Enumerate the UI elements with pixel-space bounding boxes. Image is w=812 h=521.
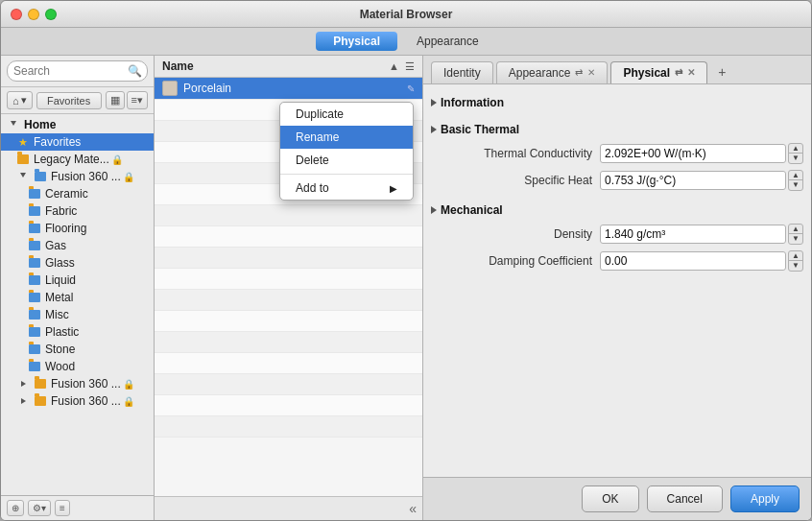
stepper-down[interactable]: ▼ bbox=[789, 234, 802, 244]
section-mechanical[interactable]: Mechanical bbox=[431, 200, 803, 221]
material-row-empty bbox=[155, 269, 422, 290]
tree-item-gas[interactable]: Gas bbox=[1, 237, 154, 254]
prop-stepper[interactable]: ▲ ▼ bbox=[788, 250, 803, 272]
window-controls bbox=[11, 9, 57, 20]
prop-label: Damping Coefficient bbox=[446, 254, 600, 268]
add-library-button[interactable]: ⊕ bbox=[7, 500, 24, 516]
prop-damping-input[interactable] bbox=[600, 251, 786, 271]
tree-item-legacy[interactable]: Legacy Mate... 🔒 bbox=[1, 151, 154, 168]
section-triangle-icon bbox=[431, 206, 437, 214]
list-options-button[interactable]: ☰ bbox=[405, 60, 415, 73]
search-icon: 🔍 bbox=[128, 64, 142, 78]
list-view-button[interactable]: ≡▾ bbox=[127, 91, 148, 109]
material-row-empty bbox=[155, 332, 422, 353]
stepper-up[interactable]: ▲ bbox=[789, 144, 802, 154]
tree-item-label: Plastic bbox=[45, 325, 79, 339]
tree-item-fusion1[interactable]: Fusion 360 ... 🔒 bbox=[1, 168, 154, 185]
cancel-button[interactable]: Cancel bbox=[647, 485, 723, 512]
close-button[interactable] bbox=[11, 9, 22, 20]
stepper-up[interactable]: ▲ bbox=[789, 225, 802, 234]
subfolder-icon bbox=[28, 187, 41, 201]
expand-icon bbox=[16, 394, 30, 408]
material-row-empty bbox=[155, 374, 422, 395]
stepper-up[interactable]: ▲ bbox=[789, 251, 802, 261]
tree-item-liquid[interactable]: Liquid bbox=[1, 272, 154, 289]
prop-density-input[interactable] bbox=[600, 225, 786, 244]
settings-button[interactable]: ⚙▾ bbox=[28, 500, 51, 516]
home-button[interactable]: ⌂ ▾ bbox=[7, 91, 33, 109]
edit-icon[interactable]: ✎ bbox=[407, 83, 415, 94]
subtab-physical[interactable]: Physical ⇄ ✕ bbox=[610, 61, 707, 83]
tree-item-misc[interactable]: Misc bbox=[1, 306, 154, 323]
tree-item-label: Flooring bbox=[45, 222, 86, 235]
minimize-button[interactable] bbox=[28, 9, 39, 20]
tree-item-fusion3[interactable]: Fusion 360 ... 🔒 bbox=[1, 392, 154, 410]
subtab-appearance[interactable]: Appearance ⇄ ✕ bbox=[496, 61, 609, 83]
close-tab-icon[interactable]: ✕ bbox=[587, 68, 595, 78]
section-information[interactable]: Information bbox=[431, 92, 803, 113]
properties-area: Information Basic Thermal Thermal Conduc… bbox=[423, 84, 811, 477]
sync-icon: ⇄ bbox=[675, 67, 682, 78]
prop-specific-heat-input[interactable] bbox=[600, 171, 786, 190]
prop-value-wrap: ▲ ▼ bbox=[600, 224, 803, 245]
tab-physical[interactable]: Physical bbox=[316, 32, 397, 51]
section-basic-thermal[interactable]: Basic Thermal bbox=[431, 119, 803, 140]
tree-item-metal[interactable]: Metal bbox=[1, 289, 154, 306]
stepper-up[interactable]: ▲ bbox=[789, 171, 802, 180]
tree-item-stone[interactable]: Stone bbox=[1, 341, 154, 358]
prop-specific-heat: Specific Heat ▲ ▼ bbox=[431, 167, 803, 194]
ctx-rename[interactable]: Rename bbox=[280, 126, 413, 149]
tree-item-fusion2[interactable]: Fusion 360 ... 🔒 bbox=[1, 375, 154, 392]
tree-item-flooring[interactable]: Flooring bbox=[1, 220, 154, 237]
tree-item-favorites[interactable]: ★ Favorites bbox=[1, 133, 154, 151]
tree-item-label: Legacy Mate... bbox=[34, 153, 109, 166]
ok-button[interactable]: OK bbox=[582, 485, 638, 512]
tab-appearance[interactable]: Appearance bbox=[399, 32, 496, 51]
add-tab-button[interactable]: + bbox=[710, 60, 733, 83]
favorites-button[interactable]: Favorites bbox=[36, 92, 102, 109]
mid-panel-header: Name ▲ ☰ bbox=[155, 56, 422, 78]
subtab-identity-label: Identity bbox=[443, 66, 481, 80]
search-input[interactable] bbox=[7, 60, 148, 82]
lock-icon: 🔒 bbox=[111, 154, 123, 165]
material-name: Porcelain bbox=[183, 82, 407, 95]
tree-item-ceramic[interactable]: Ceramic bbox=[1, 185, 154, 202]
subfolder-icon bbox=[28, 222, 41, 235]
stepper-down[interactable]: ▼ bbox=[789, 261, 802, 271]
tree-item-wood[interactable]: Wood bbox=[1, 358, 154, 375]
window-title: Material Browser bbox=[360, 8, 453, 21]
stepper-down[interactable]: ▼ bbox=[789, 154, 802, 163]
prop-stepper[interactable]: ▲ ▼ bbox=[788, 170, 803, 191]
tree-item-label: Misc bbox=[45, 308, 69, 321]
tree-item-home[interactable]: Home bbox=[1, 116, 154, 133]
collapse-button[interactable]: « bbox=[409, 501, 417, 516]
tree-item-label: Ceramic bbox=[45, 187, 88, 201]
apply-button[interactable]: Apply bbox=[730, 485, 800, 512]
grid-view-button[interactable]: ▦ bbox=[106, 91, 125, 109]
stepper-down[interactable]: ▼ bbox=[789, 180, 802, 190]
close-tab-icon[interactable]: ✕ bbox=[687, 68, 695, 78]
prop-stepper[interactable]: ▲ ▼ bbox=[788, 224, 803, 245]
tree-item-label: Fusion 360 ... bbox=[51, 394, 121, 408]
maximize-button[interactable] bbox=[45, 9, 57, 20]
subtab-identity[interactable]: Identity bbox=[431, 61, 493, 83]
prop-thermal-conductivity-input[interactable] bbox=[600, 144, 786, 163]
sub-tab-bar: Identity Appearance ⇄ ✕ Physical ⇄ ✕ + bbox=[423, 56, 811, 84]
tree-item-glass[interactable]: Glass bbox=[1, 254, 154, 272]
top-tab-bar: Physical Appearance bbox=[1, 28, 811, 56]
ctx-add-to[interactable]: Add to ▶ bbox=[280, 177, 413, 200]
tree-item-plastic[interactable]: Plastic bbox=[1, 323, 154, 341]
ctx-duplicate[interactable]: Duplicate bbox=[280, 103, 413, 126]
ctx-rename-label: Rename bbox=[296, 130, 339, 144]
main-content: 🔍 ⌂ ▾ Favorites ▦ ≡▾ Home bbox=[1, 56, 811, 520]
ctx-delete[interactable]: Delete bbox=[280, 149, 413, 172]
tree-item-fabric[interactable]: Fabric bbox=[1, 202, 154, 220]
material-row-empty bbox=[155, 353, 422, 374]
left-panel-toolbar: ⊕ ⚙▾ ≡ bbox=[1, 495, 154, 520]
prop-label: Thermal Conductivity bbox=[446, 147, 600, 160]
sort-button[interactable]: ▲ bbox=[389, 60, 399, 72]
prop-stepper[interactable]: ▲ ▼ bbox=[788, 143, 803, 164]
material-row[interactable]: Porcelain ✎ bbox=[155, 78, 422, 100]
manage-button[interactable]: ≡ bbox=[55, 500, 70, 516]
subfolder-icon bbox=[28, 273, 41, 287]
